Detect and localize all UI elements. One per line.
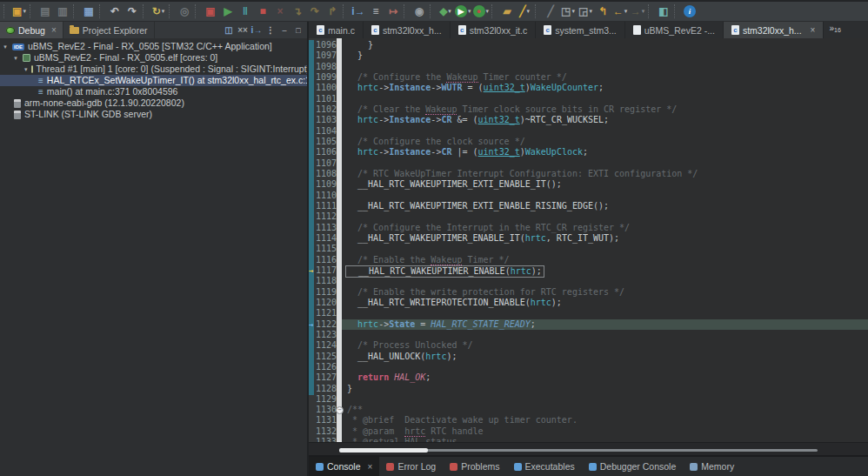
line-number[interactable]: 1102: [316, 104, 337, 115]
code-line-1100[interactable]: 1100 hrtc->Instance->WUTR = (uint32_t)Wa…: [309, 83, 868, 93]
info-icon[interactable]: i: [682, 3, 698, 19]
move-to-line-icon[interactable]: ↦: [385, 3, 401, 19]
tree-item[interactable]: ▾Thread #1 [main] 1 [core: 0] (Suspended…: [0, 64, 307, 75]
line-number[interactable]: 1115: [316, 244, 337, 254]
close-icon[interactable]: ×: [368, 462, 373, 472]
open-perspective-icon[interactable]: ◧: [656, 3, 671, 19]
tab-error-log[interactable]: Error Log: [379, 457, 443, 476]
code-line-1105[interactable]: 1105 /* Configure the clock source */: [309, 137, 868, 147]
line-number[interactable]: 1120: [316, 298, 337, 308]
code-line-1103[interactable]: 1103 hrtc->Instance->CR &= (uint32_t)~RT…: [309, 115, 868, 125]
code-line-1129[interactable]: 1129: [309, 394, 868, 405]
tree-item[interactable]: ≡HAL_RTCEx_SetWakeUpTimer_IT() at stm32l…: [0, 75, 307, 86]
code-line-1106[interactable]: 1106 hrtc->Instance->CR |= (uint32_t)Wak…: [309, 147, 868, 158]
line-number[interactable]: 1130: [316, 405, 337, 415]
line-number[interactable]: 1111: [316, 201, 337, 211]
code-line-1117[interactable]: →1117 __HAL_RTC_WAKEUPTIMER_ENABLE(hrtc)…: [309, 265, 868, 276]
code-line-1108[interactable]: 1108 /* RTC WakeUpTimer Interrupt Config…: [309, 169, 868, 179]
line-number[interactable]: 1118: [316, 276, 337, 286]
code-line-1109[interactable]: 1109 __HAL_RTC_WAKEUPTIMER_EXTI_ENABLE_I…: [309, 179, 868, 190]
marker-pencil-icon[interactable]: ╱▾: [517, 3, 532, 19]
line-number[interactable]: 1107: [316, 158, 337, 169]
line-number[interactable]: 1116: [316, 255, 337, 265]
new-wizard-icon[interactable]: ▣▾: [11, 3, 27, 19]
line-number[interactable]: 1126: [316, 362, 337, 372]
expander-chevron-icon[interactable]: ▾: [12, 52, 19, 64]
line-number[interactable]: 1106: [316, 147, 337, 158]
collapse-all-icon[interactable]: ◫: [223, 24, 235, 37]
open-folder-icon[interactable]: ▰: [499, 3, 515, 19]
tab-project-explorer[interactable]: Project Explorer: [63, 22, 155, 38]
line-number[interactable]: 1122: [316, 319, 337, 330]
back-icon[interactable]: ←▾: [612, 3, 628, 19]
code-line-1119[interactable]: 1119 /* Enable the write protection for …: [309, 287, 868, 298]
resume-icon[interactable]: ▶: [220, 3, 236, 19]
line-number[interactable]: 1125: [316, 352, 337, 362]
minimize-icon[interactable]: –: [278, 24, 290, 37]
editor-tab[interactable]: uBMS_RevE2 -...: [625, 22, 724, 38]
view-menu-icon[interactable]: ⋮: [264, 24, 277, 37]
tree-item[interactable]: arm-none-eabi-gdb (12.1.90.20220802): [0, 97, 307, 109]
line-number[interactable]: 1108: [316, 169, 337, 179]
next-annotation-icon[interactable]: ◳▾: [560, 3, 576, 19]
editor-tab[interactable]: cstm32l0xx_h...×: [724, 22, 825, 38]
code-line-1128[interactable]: 1128}: [309, 384, 868, 394]
line-number[interactable]: 1121: [316, 308, 337, 318]
debug-sphere-icon[interactable]: ◉: [411, 3, 427, 19]
line-number[interactable]: 1114: [316, 233, 337, 244]
line-number[interactable]: 1124: [316, 340, 337, 351]
terminate-relaunch-icon[interactable]: ▣: [203, 3, 218, 19]
code-line-1113[interactable]: 1113 /* Configure the Interrupt in the R…: [309, 223, 868, 233]
code-line-1101[interactable]: 1101: [309, 94, 868, 104]
code-line-1107[interactable]: 1107: [309, 158, 868, 169]
editor-tab-overflow[interactable]: » 16: [824, 22, 845, 38]
code-line-1130[interactable]: 1130−/**: [309, 405, 868, 415]
line-number[interactable]: 1096: [316, 40, 337, 50]
line-number[interactable]: 1099: [316, 72, 337, 83]
code-line-1118[interactable]: 1118: [309, 276, 868, 286]
tree-item[interactable]: ≡main() at main.c:371 0x8004596: [0, 86, 307, 97]
editor-tab[interactable]: cmain.c: [309, 22, 364, 38]
line-number[interactable]: 1127: [316, 372, 337, 383]
tab-debugger-console[interactable]: Debugger Console: [582, 457, 684, 476]
line-number[interactable]: 1113: [316, 223, 337, 233]
code-line-1124[interactable]: 1124 /* Process Unlocked */: [309, 340, 868, 351]
line-number[interactable]: 1117: [316, 265, 337, 276]
editor-tab[interactable]: csystem_stm3...: [536, 22, 625, 38]
tab-memory[interactable]: Memory: [683, 457, 741, 476]
code-line-1097[interactable]: 1097 }: [309, 50, 868, 61]
line-number[interactable]: 1129: [316, 394, 337, 405]
line-number[interactable]: 1112: [316, 211, 337, 222]
tab-problems[interactable]: Problems: [443, 457, 506, 476]
redo-icon[interactable]: ↷: [124, 3, 140, 19]
code-line-1110[interactable]: 1110: [309, 191, 868, 201]
step-over-icon[interactable]: ↷: [307, 3, 323, 19]
close-icon[interactable]: ×: [811, 25, 816, 35]
close-icon[interactable]: ×: [51, 25, 57, 35]
code-line-1116[interactable]: 1116 /* Enable the Wakeup Timer */: [309, 255, 868, 265]
line-number[interactable]: 1119: [316, 287, 337, 298]
undo-icon[interactable]: ↶: [107, 3, 123, 19]
line-number[interactable]: 1101: [316, 94, 337, 104]
fold-collapse-icon[interactable]: −: [336, 406, 344, 414]
save-icon[interactable]: ▤: [37, 3, 53, 19]
code-line-1127[interactable]: 1127 return HAL_OK;: [309, 372, 868, 383]
expander-chevron-icon[interactable]: ▾: [2, 41, 9, 52]
code-line-1121[interactable]: 1121: [309, 308, 868, 318]
disconnect-icon[interactable]: ×: [272, 3, 288, 19]
tree-item[interactable]: ▾IDEuBMS_RevE2 - Final - RX_0505 [STM32 …: [0, 41, 307, 52]
code-editor[interactable]: 1096 }1097 }10981099 /* Configure the Wa…: [309, 38, 868, 455]
terminate-icon[interactable]: ■: [255, 3, 270, 19]
line-number[interactable]: 1128: [316, 384, 337, 394]
step-into-icon[interactable]: ↴: [290, 3, 305, 19]
line-number[interactable]: 1109: [316, 179, 337, 190]
coverage-icon[interactable]: ◆▾: [437, 3, 453, 19]
instruction-pointer-icon[interactable]: i→: [250, 24, 263, 37]
code-line-1112[interactable]: 1112: [309, 211, 868, 222]
line-number[interactable]: 1100: [316, 83, 337, 93]
code-line-1099[interactable]: 1099 /* Configure the Wakeup Timer count…: [309, 72, 868, 83]
search-icon[interactable]: ◎: [177, 3, 192, 19]
remove-terminated-icon[interactable]: ××: [237, 24, 249, 37]
last-edit-location-icon[interactable]: ↰: [595, 3, 611, 19]
maximize-icon[interactable]: □: [292, 24, 304, 37]
